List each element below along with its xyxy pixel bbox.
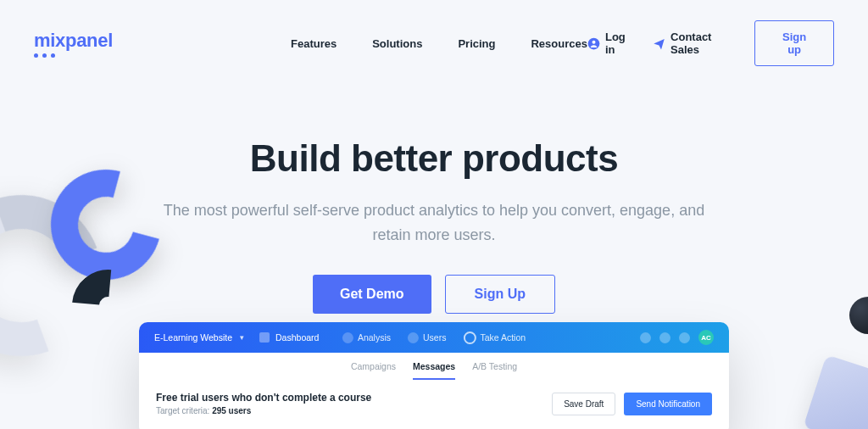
app-nav-users[interactable]: Users bbox=[408, 332, 446, 344]
svg-point-1 bbox=[592, 40, 595, 43]
login-label: Log in bbox=[605, 31, 634, 56]
app-message-meta: Free trial users who don't complete a co… bbox=[156, 392, 371, 415]
logo-dots-icon bbox=[34, 53, 113, 58]
dashboard-icon bbox=[259, 332, 270, 343]
contact-sales-label: Contact Sales bbox=[670, 31, 736, 56]
logo-text: mixpanel bbox=[34, 30, 113, 52]
app-nav-analysis-label: Analysis bbox=[358, 332, 391, 343]
app-project-switcher[interactable]: E-Learning Website ▾ bbox=[154, 332, 244, 343]
signup-button[interactable]: Sign up bbox=[754, 20, 834, 66]
tab-ab-testing[interactable]: A/B Testing bbox=[472, 361, 517, 380]
signup-hero-button[interactable]: Sign Up bbox=[445, 275, 555, 314]
app-center-nav: Analysis Users Take Action bbox=[342, 332, 526, 344]
tab-messages[interactable]: Messages bbox=[413, 361, 455, 380]
chevron-down-icon: ▾ bbox=[240, 333, 244, 342]
criteria-value: 295 users bbox=[212, 406, 251, 415]
contact-sales-link[interactable]: Contact Sales bbox=[653, 31, 736, 56]
header-actions: Log in Contact Sales Sign up bbox=[587, 20, 834, 66]
app-nav-take-action[interactable]: Take Action bbox=[463, 332, 526, 344]
app-nav-analysis[interactable]: Analysis bbox=[342, 332, 391, 344]
users-icon bbox=[408, 332, 419, 343]
criteria-label: Target criteria: bbox=[156, 406, 209, 415]
nav-features[interactable]: Features bbox=[291, 37, 337, 50]
tab-campaigns[interactable]: Campaigns bbox=[351, 361, 396, 380]
nav-resources[interactable]: Resources bbox=[531, 37, 587, 50]
login-link[interactable]: Log in bbox=[587, 31, 634, 56]
user-icon bbox=[587, 37, 600, 50]
send-notification-button[interactable]: Send Notification bbox=[624, 393, 712, 415]
save-draft-button[interactable]: Save Draft bbox=[552, 393, 615, 415]
take-action-icon bbox=[463, 332, 476, 344]
app-tabs: Campaigns Messages A/B Testing bbox=[139, 353, 729, 380]
nav-pricing[interactable]: Pricing bbox=[458, 37, 495, 50]
nav-solutions[interactable]: Solutions bbox=[372, 37, 422, 50]
app-preview: E-Learning Website ▾ Dashboard Analysis … bbox=[139, 322, 729, 429]
site-header: mixpanel Features Solutions Pricing Reso… bbox=[0, 0, 868, 66]
logo[interactable]: mixpanel bbox=[34, 30, 113, 58]
app-nav-users-label: Users bbox=[423, 332, 446, 343]
decorative-cube bbox=[803, 354, 868, 429]
hero-cta-row: Get Demo Sign Up bbox=[0, 275, 868, 314]
app-message-header: Free trial users who don't complete a co… bbox=[139, 380, 729, 429]
app-message-actions: Save Draft Send Notification bbox=[552, 393, 712, 415]
gear-icon[interactable] bbox=[679, 332, 690, 343]
app-breadcrumb[interactable]: Dashboard bbox=[259, 332, 319, 343]
send-icon bbox=[653, 37, 665, 50]
bell-icon[interactable] bbox=[659, 332, 670, 343]
avatar[interactable]: AC bbox=[698, 330, 714, 345]
hero-subhead: The most powerful self-serve product ana… bbox=[163, 198, 705, 248]
app-topbar-right: AC bbox=[640, 330, 714, 345]
apps-grid-icon[interactable] bbox=[640, 332, 651, 343]
analysis-icon bbox=[342, 332, 353, 343]
message-title: Free trial users who don't complete a co… bbox=[156, 392, 371, 404]
primary-nav: Features Solutions Pricing Resources bbox=[291, 37, 587, 50]
app-breadcrumb-label: Dashboard bbox=[275, 332, 319, 343]
get-demo-button[interactable]: Get Demo bbox=[313, 275, 431, 314]
app-project-name: E-Learning Website bbox=[154, 332, 232, 343]
hero: Build better products The most powerful … bbox=[0, 137, 868, 314]
app-nav-take-action-label: Take Action bbox=[480, 332, 526, 343]
hero-headline: Build better products bbox=[0, 137, 868, 180]
app-topbar: E-Learning Website ▾ Dashboard Analysis … bbox=[139, 322, 729, 353]
message-target-criteria: Target criteria: 295 users bbox=[156, 406, 371, 415]
